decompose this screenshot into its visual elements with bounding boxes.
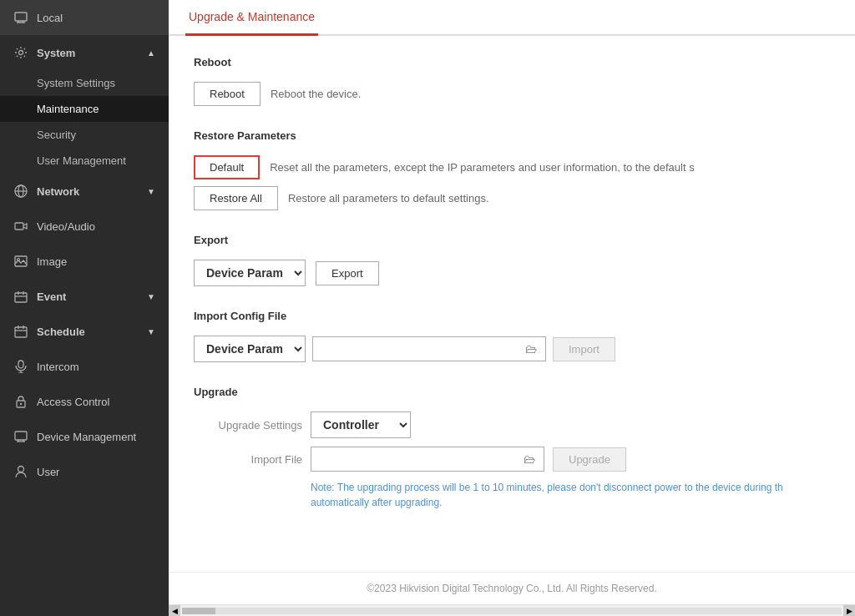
sidebar-item-local[interactable]: Local [0, 0, 169, 35]
scroll-left-arrow[interactable]: ◀ [169, 605, 180, 617]
footer: ©2023 Hikvision Digital Technology Co., … [169, 572, 855, 604]
chevron-down-icon3: ▼ [147, 327, 155, 336]
sidebar: Local System ▲ System Settings Maintenan… [0, 0, 169, 616]
sidebar-label-schedule: Schedule [37, 326, 85, 338]
sidebar-item-image[interactable]: Image [0, 244, 169, 279]
chevron-up-icon: ▲ [147, 48, 155, 58]
upgrade-settings-label: Upgrade Settings [194, 419, 302, 432]
restore-all-button[interactable]: Restore All [194, 186, 278, 210]
svg-point-28 [18, 467, 24, 472]
device-icon [13, 429, 28, 444]
scroll-thumb[interactable] [182, 608, 215, 614]
import-title: Import Config File [194, 310, 830, 322]
upgrade-file-row: Import File 🗁 Upgrade [194, 447, 830, 472]
sidebar-label-image: Image [37, 255, 67, 268]
content-area: Upgrade & Maintenance Reboot Reboot Rebo… [169, 0, 855, 616]
event-icon [13, 289, 28, 304]
horizontal-scrollbar[interactable]: ◀ ▶ [169, 604, 855, 616]
sidebar-item-event[interactable]: Event ▼ [0, 279, 169, 314]
gear-icon [13, 45, 28, 60]
upgrade-title: Upgrade [194, 386, 830, 398]
svg-rect-19 [18, 361, 23, 368]
sidebar-label-network: Network [37, 185, 79, 198]
sidebar-label-intercom: Intercom [37, 361, 79, 373]
restore-section: Restore Parameters Default Reset all the… [194, 129, 830, 210]
reboot-button[interactable]: Reboot [194, 82, 261, 106]
image-icon [13, 254, 28, 269]
upgrade-file-label: Import File [194, 453, 302, 466]
svg-rect-11 [15, 293, 27, 302]
sidebar-label-system-settings: System Settings [37, 77, 115, 89]
import-button[interactable]: Import [553, 337, 615, 361]
default-description: Reset all the parameters, except the IP … [270, 161, 694, 174]
tab-upgrade-maintenance[interactable]: Upgrade & Maintenance [185, 0, 318, 36]
restore-description: Restore all parameters to default settin… [288, 192, 489, 204]
svg-rect-15 [15, 327, 27, 337]
microphone-icon [13, 359, 28, 374]
upgrade-file-box[interactable]: 🗁 [311, 447, 544, 472]
scroll-right-arrow[interactable]: ▶ [843, 605, 855, 617]
sidebar-sub-security[interactable]: Security [0, 122, 169, 148]
import-controls: Device Param 🗁 Import [194, 336, 830, 362]
svg-point-4 [19, 51, 23, 55]
upgrade-section: Upgrade Upgrade Settings Controller Impo… [194, 386, 830, 510]
sidebar-item-user[interactable]: User [0, 454, 169, 489]
restore-title: Restore Parameters [194, 129, 830, 142]
export-controls: Device Param Export [194, 260, 830, 286]
sidebar-label-device-management: Device Management [37, 431, 136, 443]
svg-rect-24 [15, 432, 27, 440]
sidebar-item-schedule[interactable]: Schedule ▼ [0, 314, 169, 349]
export-dropdown[interactable]: Device Param [194, 260, 306, 286]
sidebar-item-video-audio[interactable]: Video/Audio [0, 209, 169, 244]
reboot-description: Reboot the device. [271, 88, 361, 100]
sidebar-label-event: Event [37, 290, 66, 303]
folder-icon: 🗁 [525, 342, 537, 356]
sidebar-label-system: System [37, 47, 75, 59]
sidebar-label-security: Security [37, 129, 76, 141]
scroll-track[interactable] [182, 608, 842, 614]
schedule-icon [13, 324, 28, 339]
sidebar-item-network[interactable]: Network ▼ [0, 174, 169, 209]
sidebar-label-user: User [37, 466, 59, 478]
svg-rect-8 [15, 223, 23, 230]
import-section: Import Config File Device Param 🗁 Import [194, 310, 830, 362]
footer-text: ©2023 Hikvision Digital Technology Co., … [367, 583, 656, 594]
restore-all-controls: Restore All Restore all parameters to de… [194, 186, 830, 210]
import-file-box[interactable]: 🗁 [312, 336, 546, 361]
sidebar-item-access-control[interactable]: Access Control [0, 384, 169, 419]
sidebar-item-device-management[interactable]: Device Management [0, 419, 169, 454]
export-title: Export [194, 234, 830, 246]
upgrade-settings-dropdown[interactable]: Controller [311, 412, 411, 438]
default-button[interactable]: Default [194, 155, 260, 179]
network-icon [13, 184, 28, 199]
import-dropdown[interactable]: Device Param [194, 336, 306, 362]
reboot-controls: Reboot Reboot the device. [194, 82, 830, 106]
main-content: Reboot Reboot Reboot the device. Restore… [169, 36, 855, 572]
sidebar-label-user-management: User Management [37, 154, 126, 167]
user-icon [13, 464, 28, 479]
sidebar-sub-user-management[interactable]: User Management [0, 148, 169, 174]
lock-icon [13, 394, 28, 409]
tab-header: Upgrade & Maintenance [169, 0, 855, 36]
folder-icon2: 🗁 [524, 452, 535, 466]
chevron-down-icon: ▼ [147, 187, 155, 196]
sidebar-label-local: Local [37, 12, 63, 24]
sidebar-sub-system-settings[interactable]: System Settings [0, 70, 169, 96]
sidebar-item-system[interactable]: System ▲ [0, 35, 169, 70]
upgrade-button[interactable]: Upgrade [553, 447, 626, 472]
upgrade-note: Note: The upgrading process will be 1 to… [311, 480, 830, 510]
sidebar-item-intercom[interactable]: Intercom [0, 349, 169, 384]
reboot-section: Reboot Reboot Reboot the device. [194, 56, 830, 106]
export-button[interactable]: Export [316, 261, 379, 285]
upgrade-settings-row: Upgrade Settings Controller [194, 412, 830, 438]
sidebar-label-maintenance: Maintenance [37, 103, 99, 115]
svg-point-23 [20, 403, 22, 405]
reboot-title: Reboot [194, 56, 830, 68]
svg-rect-0 [15, 13, 27, 21]
chevron-down-icon2: ▼ [147, 292, 155, 301]
camera-icon [13, 219, 28, 234]
monitor-icon [13, 10, 28, 25]
default-controls: Default Reset all the parameters, except… [194, 155, 830, 179]
sidebar-sub-maintenance[interactable]: Maintenance [0, 96, 169, 122]
sidebar-label-video-audio: Video/Audio [37, 220, 95, 233]
